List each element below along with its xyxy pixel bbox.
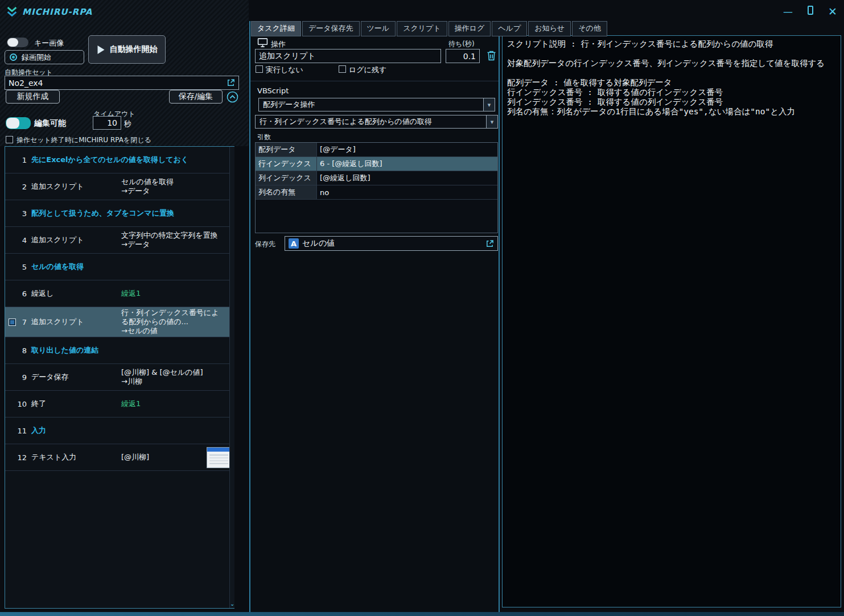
step-number: 1 (9, 156, 31, 164)
editable-toggle[interactable] (6, 117, 31, 129)
play-icon (97, 44, 105, 55)
tab-1[interactable]: タスク詳細 (251, 21, 301, 36)
collapse-button[interactable] (227, 91, 238, 103)
step-row-10[interactable]: 10終了繰返1 (5, 391, 234, 417)
step-number: 8 (9, 346, 31, 355)
arg-value[interactable]: 6 - [@繰返し回数] (317, 157, 497, 171)
app-title: MICHIRU-RPA (22, 7, 92, 17)
script-function-select[interactable]: 行・列インデックス番号による配列からの値の取得 ▾ (255, 115, 498, 129)
monitor-icon (257, 38, 268, 48)
tab-7[interactable]: お知らせ (528, 21, 571, 36)
record-start-radio[interactable]: 録画開始 (5, 50, 84, 64)
step-row-7[interactable]: 7追加スクリプト行・列インデックス番号による配列からの値の...→セルの値 (5, 307, 234, 337)
script-category-select[interactable]: 配列データ操作 ▾ (258, 98, 495, 111)
step-title: 追加スクリプト (31, 182, 121, 191)
trash-icon (485, 49, 497, 62)
title-bar: MICHIRU-RPA — ✕ (0, 0, 844, 23)
arg-name: 配列データ (256, 143, 317, 156)
step-row-5[interactable]: 5セルの値を取得 (5, 254, 234, 280)
scroll-down-icon[interactable]: ⌄ (230, 601, 234, 607)
arg-value[interactable]: no (317, 185, 497, 199)
task-detail-panel: 操作 追加スクリプト 待ち(秒) 0.1 実行しない ログに残す VBScrip… (250, 34, 499, 612)
save-dest-label: 保存先 (255, 239, 275, 249)
timeout-input[interactable]: 10 (93, 116, 121, 130)
minimize-button[interactable]: — (783, 5, 793, 18)
script-description-panel: スクリプト説明 : 行・列インデックス番号による配列からの値の取得 対象配列デー… (502, 35, 841, 607)
tab-2[interactable]: データ保存先 (302, 21, 360, 36)
step-row-6[interactable]: 6繰返し繰返1 (5, 280, 234, 307)
save-dest-input[interactable]: A セルの値 (285, 236, 498, 251)
step-row-12[interactable]: 12テキスト入力[@川柳] (5, 444, 234, 471)
step-row-2[interactable]: 2追加スクリプトセルの値を取得→データ (5, 173, 234, 200)
arg-value[interactable]: [@データ] (317, 143, 497, 156)
step-number: 11 (9, 427, 31, 435)
auto-start-label: 自動操作開始 (110, 44, 158, 55)
step-row-11[interactable]: 11入力 (5, 417, 234, 444)
step-number: 12 (9, 453, 31, 462)
open-set-icon[interactable] (227, 78, 235, 87)
editable-label: 編集可能 (34, 118, 66, 129)
step-row-9[interactable]: 9データ保存[@川柳] & [@セルの値]→川柳 (5, 364, 234, 391)
wait-input[interactable]: 0.1 (446, 49, 480, 63)
timeout-unit: 秒 (124, 119, 131, 129)
chevron-down-icon[interactable]: ▾ (486, 115, 497, 128)
chevron-down-icon[interactable]: ▾ (483, 98, 495, 111)
tab-5[interactable]: 操作ログ (448, 21, 491, 36)
chevron-up-icon (227, 91, 238, 103)
wait-label: 待ち(秒) (448, 39, 475, 49)
wait-value: 0.1 (463, 52, 476, 61)
step-title: 追加スクリプト (31, 235, 121, 245)
app-logo: MICHIRU-RPA (6, 6, 92, 18)
step-title: データ保存 (31, 373, 121, 382)
arg-row-1[interactable]: 配列データ[@データ] (256, 143, 497, 157)
save-edit-button[interactable]: 保存/編集 (169, 90, 223, 104)
step-number: 7 (17, 318, 31, 326)
set-name-value: No2_ex4 (9, 78, 227, 88)
maximize-icon (808, 6, 813, 15)
log-checkbox[interactable] (339, 65, 346, 73)
close-on-finish-checkbox[interactable] (6, 136, 13, 143)
app-window: キー画像 自動操作開始 録画開始 自動操作セット No2_ex4 新規作成 保存… (0, 0, 844, 616)
tab-3[interactable]: ツール (361, 21, 396, 36)
auto-start-button[interactable]: 自動操作開始 (88, 35, 166, 64)
step-row-3[interactable]: 3配列として扱うため、タブをコンマに置換 (5, 200, 234, 227)
args-table-rows: 配列データ[@データ]行インデックス6 - [@繰返し回数]列インデックス[@繰… (256, 143, 497, 200)
arg-value[interactable]: [@繰返し回数] (317, 171, 497, 185)
save-dest-value: セルの値 (302, 238, 482, 249)
step-row-1[interactable]: 1先にExcelから全てのセルの値を取得しておく (5, 147, 234, 173)
tab-8[interactable]: その他 (572, 21, 607, 36)
tab-6[interactable]: ヘルプ (492, 21, 527, 36)
args-table: 配列データ[@データ]行インデックス6 - [@繰返し回数]列インデックス[@繰… (255, 142, 498, 233)
tab-4[interactable]: スクリプト (397, 21, 447, 36)
step-detail: セルの値を取得→データ (121, 177, 219, 196)
script-function-value: 行・列インデックス番号による配列からの値の取得 (260, 117, 432, 127)
step-title: テキスト入力 (31, 453, 121, 462)
operation-label: 操作 (271, 39, 286, 49)
step-list-scrollbar[interactable]: ⌄ (229, 147, 234, 608)
new-set-button[interactable]: 新規作成 (6, 90, 60, 104)
skip-checkbox[interactable] (256, 65, 263, 73)
arg-row-2[interactable]: 行インデックス6 - [@繰返し回数] (256, 157, 497, 171)
step-row-4[interactable]: 4追加スクリプト文字列中の特定文字列を置換→データ (5, 227, 234, 254)
set-name-input[interactable]: No2_ex4 (5, 76, 239, 90)
args-label: 引数 (257, 133, 271, 142)
step-row-8[interactable]: 8取り出した値の連結 (5, 337, 234, 364)
key-image-toggle[interactable] (7, 38, 28, 47)
section-divider (250, 81, 499, 81)
operation-input[interactable]: 追加スクリプト (255, 49, 441, 63)
step-title: 繰返し (31, 289, 121, 298)
tab-bar: タスク詳細データ保存先ツールスクリプト操作ログヘルプお知らせその他 (251, 21, 607, 36)
open-save-dest-icon[interactable] (485, 239, 494, 248)
step-number: 5 (9, 263, 31, 271)
arg-row-4[interactable]: 列名の有無no (256, 185, 497, 200)
delete-step-button[interactable] (484, 49, 498, 64)
step-checkbox[interactable] (9, 319, 16, 326)
skip-label: 実行しない (266, 65, 303, 75)
close-button[interactable]: ✕ (828, 5, 837, 18)
step-detail: [@川柳] (121, 453, 207, 462)
maximize-button[interactable] (808, 5, 813, 18)
arg-row-3[interactable]: 列インデックス[@繰返し回数] (256, 171, 497, 185)
step-list: 1先にExcelから全てのセルの値を取得しておく2追加スクリプトセルの値を取得→… (5, 146, 234, 609)
step-thumbnail-image[interactable] (207, 447, 232, 468)
step-number: 6 (9, 290, 31, 298)
